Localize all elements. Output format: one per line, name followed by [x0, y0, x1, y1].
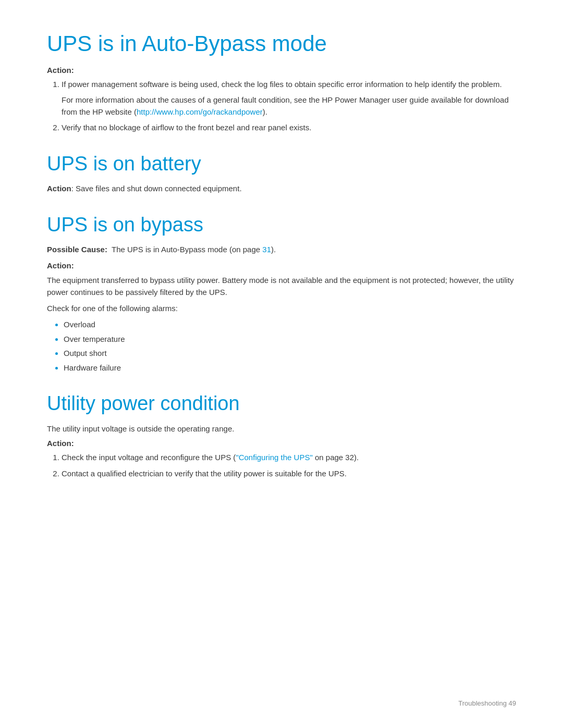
auto-bypass-item1-sub: For more information about the causes of… [62, 94, 516, 118]
utility-item1-pre: Check the input voltage and reconfigure … [62, 453, 236, 462]
list-item: Verify that no blockage of airflow to th… [62, 122, 516, 134]
section-title-utility-power: Utility power condition [47, 392, 516, 415]
rackandpower-link[interactable]: http://www.hp.com/go/rackandpower [137, 107, 263, 116]
auto-bypass-list: If power management software is being us… [62, 79, 516, 134]
action-label-auto-bypass: Action: [47, 66, 516, 75]
utility-power-body1: The utility input voltage is outside the… [47, 423, 516, 435]
section-on-battery: UPS is on battery Action: Save files and… [47, 153, 516, 195]
list-item: If power management software is being us… [62, 79, 516, 118]
list-item: Check the input voltage and reconfigure … [62, 452, 516, 464]
section-title-auto-bypass: UPS is in Auto-Bypass mode [47, 31, 516, 56]
on-bypass-body2: Check for one of the following alarms: [47, 302, 516, 314]
utility-item1-after: on page 32). [313, 453, 359, 462]
list-item: Over temperature [64, 333, 516, 346]
configuring-ups-link[interactable]: "Configuring the UPS" [236, 453, 312, 462]
list-item: Hardware failure [64, 362, 516, 374]
action-label-on-bypass: Action: [47, 261, 516, 270]
possible-cause-label: Possible Cause: [47, 245, 107, 254]
section-auto-bypass: UPS is in Auto-Bypass mode Action: If po… [47, 31, 516, 134]
section-utility-power: Utility power condition The utility inpu… [47, 392, 516, 479]
section-on-bypass: UPS is on bypass Possible Cause: The UPS… [47, 214, 516, 374]
on-battery-action: Action: Save files and shut down connect… [47, 182, 516, 194]
footer-text: Troubleshooting 49 [458, 699, 516, 707]
auto-bypass-item2-main: Verify that no blockage of airflow to th… [62, 123, 311, 132]
possible-cause-after: ). [271, 245, 276, 254]
utility-power-list: Check the input voltage and reconfigure … [62, 452, 516, 479]
list-item: Contact a qualified electrician to verif… [62, 468, 516, 480]
section-title-on-battery: UPS is on battery [47, 153, 516, 176]
possible-cause-text: The UPS is in Auto-Bypass mode (on page [112, 245, 262, 254]
list-item: Output short [64, 347, 516, 360]
auto-bypass-item1-main: If power management software is being us… [62, 80, 502, 89]
action-label-utility-power: Action: [47, 439, 516, 448]
utility-item2-main: Contact a qualified electrician to verif… [62, 469, 347, 478]
on-battery-action-text: : Save files and shut down connected equ… [71, 184, 242, 193]
on-battery-action-label: Action [47, 184, 71, 193]
section-title-on-bypass: UPS is on bypass [47, 214, 516, 237]
page-footer: Troubleshooting 49 [458, 699, 516, 707]
auto-bypass-page-link[interactable]: 31 [262, 245, 271, 254]
bypass-alarm-list: Overload Over temperature Output short H… [64, 318, 516, 374]
on-bypass-body1: The equipment transferred to bypass util… [47, 274, 516, 299]
possible-cause-para: Possible Cause: The UPS is in Auto-Bypas… [47, 243, 516, 255]
list-item: Overload [64, 318, 516, 331]
